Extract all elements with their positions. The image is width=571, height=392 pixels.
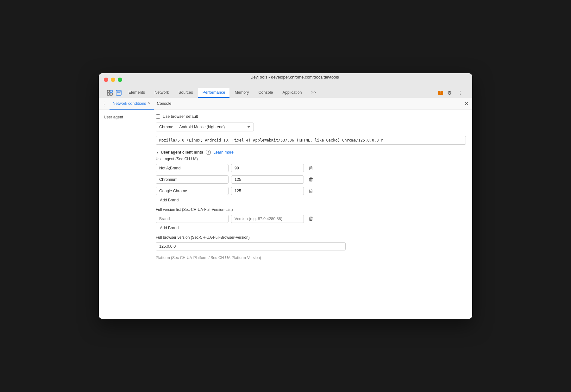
info-icon[interactable]: i	[206, 150, 211, 155]
delete-full-version-brand-0-button[interactable]	[306, 214, 315, 223]
tab-actions: 1 ⚙ ⋮	[438, 88, 465, 97]
traffic-lights	[104, 78, 122, 82]
close-button[interactable]	[104, 78, 108, 82]
svg-rect-15	[310, 190, 312, 193]
full-browser-version-label: Full browser version (Sec-CH-UA-Full-Bro…	[156, 235, 466, 240]
client-hints-title: ▼ User agent client hints	[156, 150, 203, 155]
svg-rect-3	[110, 93, 112, 95]
brand-input-0[interactable]	[156, 164, 229, 172]
subtabs-bar: ⋮ Network conditions ✕ Console ✕	[99, 98, 472, 110]
subtab-network-conditions-close[interactable]: ✕	[148, 101, 151, 105]
brand-input-2[interactable]	[156, 187, 229, 195]
warning-badge: 1	[438, 91, 443, 95]
add-brand-label: Add Brand	[160, 198, 179, 202]
sec-ch-ua-label: User agent (Sec-CH-UA)	[156, 157, 466, 161]
devtools-window: DevTools - developer.chrome.com/docs/dev…	[99, 73, 472, 319]
minimize-button[interactable]	[111, 78, 115, 82]
tab-elements[interactable]: Elements	[124, 88, 149, 98]
delete-brand-1-button[interactable]	[306, 175, 315, 184]
subtab-menu-icon[interactable]: ⋮	[101, 100, 107, 107]
brand-row-0	[156, 164, 466, 173]
cursor-icon[interactable]	[106, 89, 113, 96]
brand-input-1[interactable]	[156, 175, 229, 184]
tab-performance[interactable]: Performance	[198, 88, 230, 98]
svg-rect-19	[310, 218, 312, 221]
version-input-0[interactable]	[231, 164, 304, 172]
full-version-section: Full version list (Sec-CH-UA-Full-Versio…	[156, 207, 466, 230]
full-version-brand-input-0[interactable]	[156, 215, 229, 223]
user-agent-label: User agent	[99, 110, 149, 319]
inspect-icon[interactable]	[115, 89, 122, 96]
ua-preset-select-row: Chrome — Android Mobile (high-end) Chrom…	[156, 123, 466, 131]
main-tabs-bar: Elements Network Sources Performance Mem…	[104, 88, 467, 98]
use-browser-default-label: Use browser default	[163, 114, 198, 119]
subtab-console-label: Console	[157, 101, 172, 106]
svg-rect-2	[110, 90, 112, 92]
tab-memory[interactable]: Memory	[230, 88, 253, 98]
svg-rect-7	[310, 168, 312, 170]
svg-rect-5	[117, 91, 120, 92]
brand-row-1	[156, 175, 466, 184]
tab-network[interactable]: Network	[150, 88, 173, 98]
main-content: User agent Use browser default Chrome — …	[99, 110, 472, 319]
svg-rect-0	[107, 90, 110, 92]
ua-string-input[interactable]	[156, 136, 466, 145]
window-title: DevTools - developer.chrome.com/docs/dev…	[122, 75, 467, 79]
learn-more-link[interactable]: Learn more	[213, 150, 234, 155]
add-brand-plus-icon: +	[156, 198, 158, 202]
devtools-body: ⋮ Network conditions ✕ Console ✕ User ag…	[99, 98, 472, 319]
full-browser-version-input[interactable]	[156, 242, 346, 250]
tab-more[interactable]: >>	[307, 88, 321, 98]
subtab-network-conditions-label: Network conditions	[113, 101, 146, 106]
subtab-network-conditions[interactable]: Network conditions ✕	[110, 98, 154, 110]
full-browser-version-section: Full browser version (Sec-CH-UA-Full-Bro…	[156, 235, 466, 250]
title-bar: DevTools - developer.chrome.com/docs/dev…	[99, 73, 472, 98]
more-options-icon[interactable]: ⋮	[456, 88, 465, 97]
full-version-list-label: Full version list (Sec-CH-UA-Full-Versio…	[156, 207, 466, 212]
tab-console[interactable]: Console	[254, 88, 278, 98]
platform-section: Platform (Sec-CH-UA-Platform / Sec-CH-UA…	[156, 256, 466, 260]
ua-preset-select[interactable]: Chrome — Android Mobile (high-end) Chrom…	[156, 123, 254, 131]
platform-label: Platform (Sec-CH-UA-Platform / Sec-CH-UA…	[156, 256, 466, 260]
delete-brand-2-button[interactable]	[306, 187, 315, 195]
version-input-1[interactable]	[231, 175, 304, 184]
collapse-triangle[interactable]: ▼	[156, 151, 159, 154]
right-panel: Use browser default Chrome — Android Mob…	[149, 110, 472, 319]
brand-row-2	[156, 187, 466, 195]
tab-sources[interactable]: Sources	[174, 88, 198, 98]
svg-rect-4	[116, 90, 121, 95]
tab-application[interactable]: Application	[278, 88, 306, 98]
maximize-button[interactable]	[118, 78, 122, 82]
use-browser-default-checkbox[interactable]	[156, 114, 160, 119]
settings-icon[interactable]: ⚙	[445, 88, 454, 97]
svg-rect-1	[107, 93, 110, 95]
delete-brand-0-button[interactable]	[306, 164, 315, 173]
close-all-subtabs-icon[interactable]: ✕	[463, 101, 470, 107]
full-version-version-input-0[interactable]	[231, 215, 304, 223]
add-brand-full-label: Add Brand	[160, 226, 179, 230]
svg-rect-11	[310, 179, 312, 181]
version-input-2[interactable]	[231, 187, 304, 195]
add-brand-full-button[interactable]: + Add Brand	[156, 226, 466, 230]
client-hints-header: ▼ User agent client hints i Learn more	[156, 150, 466, 155]
use-browser-default-row: Use browser default	[156, 114, 466, 119]
add-brand-button[interactable]: + Add Brand	[156, 198, 466, 202]
client-hints-section: ▼ User agent client hints i Learn more U…	[156, 150, 466, 260]
full-version-brand-row-0	[156, 214, 466, 223]
add-brand-full-plus-icon: +	[156, 226, 158, 230]
subtab-console[interactable]: Console	[154, 98, 175, 110]
